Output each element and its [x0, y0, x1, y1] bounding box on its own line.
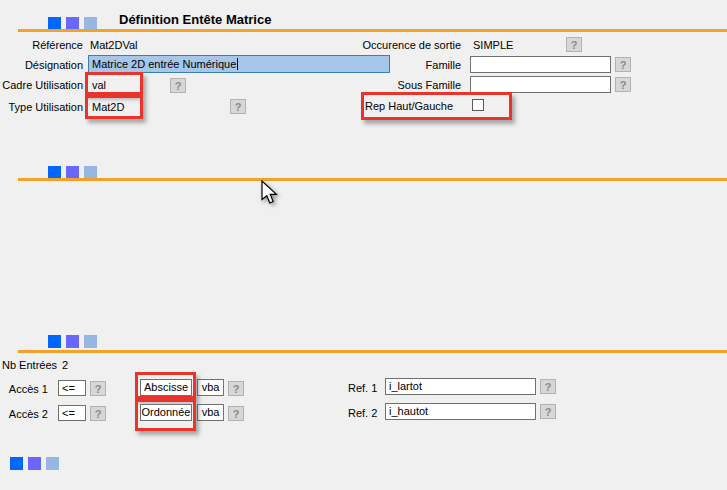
type-utilisation-label: Type Utilisation — [0, 101, 83, 113]
type-utilisation-value: Mat2D — [92, 101, 124, 113]
occurence-sortie-value: SIMPLE — [473, 39, 513, 51]
section-divider — [18, 29, 727, 32]
ref-2-label: Ref. 2 — [348, 407, 377, 419]
reference-value: Mat2DVal — [90, 39, 137, 51]
acces-2-axis-input[interactable]: Ordonnée — [140, 404, 192, 421]
rep-haut-gauche-checkbox[interactable] — [472, 99, 484, 111]
rep-haut-gauche-label: Rep Haut/Gauche — [365, 100, 453, 112]
acces-1-help-button[interactable]: ? — [90, 381, 106, 396]
nb-entrees-value: 2 — [62, 359, 68, 371]
acces-2-operator-input[interactable]: <= — [58, 405, 86, 421]
designation-label: Désignation — [0, 59, 83, 71]
designation-input-text: Matrice 2D entrée Numérique — [92, 58, 236, 70]
occurence-sortie-help-button[interactable]: ? — [566, 37, 582, 52]
famille-help-button[interactable]: ? — [615, 57, 631, 72]
ref-2-input[interactable]: i_hautot — [385, 403, 536, 420]
acces-1-operator-input[interactable]: <= — [58, 380, 86, 396]
nb-entrees-label: Nb Entrées — [2, 359, 57, 371]
text-caret — [237, 58, 238, 70]
definition-entete-matrice-window: { "ui": { "help_glyph": "?", "colors": {… — [0, 0, 727, 490]
marker-square-icon — [10, 457, 23, 470]
acces-2-type-help-button[interactable]: ? — [228, 406, 244, 421]
section-divider — [18, 350, 727, 353]
marker-square-icon — [46, 457, 59, 470]
acces-1-label: Accès 1 — [0, 383, 48, 395]
sous-famille-help-button[interactable]: ? — [615, 77, 631, 92]
acces-2-label: Accès 2 — [0, 408, 48, 420]
marker-square-icon — [48, 335, 61, 348]
marker-square-icon — [28, 457, 41, 470]
ref-1-help-button[interactable]: ? — [540, 379, 556, 394]
acces-2-type-input[interactable]: vba — [197, 404, 224, 421]
acces-1-axis-input[interactable]: Abscisse — [140, 379, 192, 396]
reference-label: Référence — [0, 39, 83, 51]
occurence-sortie-label: Occurence de sortie — [330, 39, 461, 51]
cadre-utilisation-help-button[interactable]: ? — [170, 78, 186, 93]
ref-1-label: Ref. 1 — [348, 382, 377, 394]
sous-famille-input[interactable] — [470, 76, 611, 93]
famille-label: Famille — [330, 59, 461, 71]
page-title: Définition Entête Matrice — [119, 12, 271, 27]
cadre-utilisation-label: Cadre Utilisation — [0, 79, 83, 91]
mouse-cursor — [261, 180, 281, 206]
acces-2-help-button[interactable]: ? — [90, 406, 106, 421]
ref-1-input[interactable]: i_lartot — [385, 378, 536, 395]
acces-1-type-input[interactable]: vba — [197, 379, 224, 396]
section-divider — [18, 178, 727, 181]
ref-2-help-button[interactable]: ? — [540, 404, 556, 419]
sous-famille-label: Sous Famille — [330, 79, 461, 91]
marker-square-icon — [66, 335, 79, 348]
type-utilisation-help-button[interactable]: ? — [230, 99, 246, 114]
famille-input[interactable] — [470, 56, 611, 73]
marker-square-icon — [84, 335, 97, 348]
acces-1-type-help-button[interactable]: ? — [228, 381, 244, 396]
cadre-utilisation-value: val — [92, 79, 106, 91]
